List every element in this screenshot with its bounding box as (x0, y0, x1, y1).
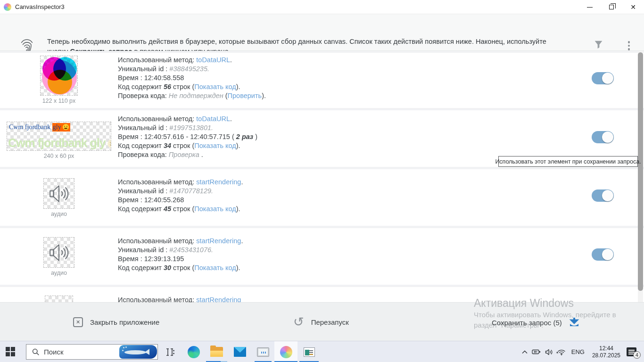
footer-bar: Активация Windows Чтобы активировать Win… (0, 302, 644, 341)
battery-status-button[interactable] (532, 349, 541, 355)
method-line: Использованный метод: toDataURL. (118, 115, 257, 123)
chevron-up-icon (522, 350, 528, 354)
toggle-knob (602, 132, 613, 143)
action-center-button[interactable]: 4 (627, 347, 636, 356)
canvas-thumbnail-textsample[interactable]: Cwm fjordbank gly Cwm fjordbank gly (7, 122, 111, 151)
toggle-tooltip: Использовать этот элемент при сохранении… (498, 156, 638, 167)
thumbnail-caption: аудио (51, 211, 67, 217)
show-code-link[interactable]: Показать код (194, 142, 236, 149)
scrollbar-thumb[interactable] (638, 52, 643, 291)
method-link[interactable]: startRendering (196, 296, 241, 302)
code-lines-count: 30 (164, 264, 171, 272)
unique-id-value: #1470778129 (169, 187, 211, 195)
speaker-icon (47, 182, 71, 206)
code-line: Код содержит 30 строк (Показать код). (118, 263, 243, 272)
unique-id-value: #1997513801 (169, 124, 211, 132)
filter-button[interactable] (594, 40, 603, 51)
time-text: 12:44 (599, 345, 613, 352)
canvas-thumbnail-audio[interactable] (43, 237, 74, 268)
date-text: 28.07.2025 (592, 352, 620, 359)
tray-expand-button[interactable] (522, 350, 528, 354)
kebab-menu-button[interactable] (626, 39, 632, 52)
mail-icon (234, 347, 246, 357)
show-code-link[interactable]: Показать код (194, 83, 236, 90)
time-value: 12:40:55.268 (144, 196, 184, 204)
taskbar-search[interactable] (26, 344, 158, 360)
taskbar-app-report[interactable] (297, 341, 321, 362)
method-line: Использованный метод: startRendering (118, 296, 241, 302)
canvas-entry-row: аудио Использованный метод: startRenderi… (0, 170, 637, 225)
code-line: Код содержит 56 строк (Показать код). (118, 82, 266, 91)
clock[interactable]: 12:44 28.07.2025 (590, 345, 622, 359)
time-value: 12:40:58.558 (144, 74, 184, 82)
check-line: Проверка кода: Проверка . (118, 150, 257, 159)
id-line: Уникальный id : #2453431076. (118, 246, 243, 255)
row-separator (0, 167, 644, 169)
taskbar-app-file-explorer[interactable] (205, 341, 228, 362)
id-line: Уникальный id : #1997513801. (118, 123, 257, 132)
scrollbar-track[interactable] (638, 51, 643, 302)
close-app-label: Закрыть приложение (90, 318, 159, 326)
show-code-link[interactable]: Показать код (194, 264, 236, 272)
method-line: Использованный метод: startRendering. (118, 178, 243, 187)
app-logo-icon (4, 3, 11, 11)
canvas-thumbnail-audio[interactable] (43, 178, 74, 209)
code-line: Код содержит 45 строк (Показать код). (118, 205, 243, 214)
restore-button[interactable] (601, 0, 622, 14)
save-request-button[interactable]: Сохранить запрос (5) (492, 318, 579, 327)
time-line: Время : 12:40:55.268 (118, 196, 243, 205)
canvas-thumbnail-colorwheel[interactable] (40, 56, 78, 96)
entry-toggle[interactable] (592, 248, 614, 261)
time-line: Время : 12:39:13.195 (118, 255, 243, 263)
unique-id-value: #388495235 (169, 65, 207, 73)
speaker-icon (545, 349, 553, 355)
restart-label: Перезапуск (311, 318, 349, 326)
time-line: Время : 12:40:58.558 (118, 74, 266, 82)
language-indicator[interactable]: ENG (570, 348, 586, 355)
search-input[interactable] (44, 348, 110, 356)
canvas-event-list: 122 x 110 px Использованный метод: toDat… (0, 51, 644, 302)
check-status: Не подтвержден (169, 92, 223, 99)
taskbar-app-edge[interactable] (182, 341, 205, 362)
volume-button[interactable] (545, 349, 553, 355)
method-link[interactable]: toDataURL (196, 56, 230, 64)
canvas-entry-row: аудио Использованный метод: startRenderi… (0, 229, 637, 284)
method-link[interactable]: toDataURL (196, 115, 230, 123)
taskbar-app-canvasinspector[interactable] (274, 341, 297, 362)
id-line: Уникальный id : #388495235. (118, 65, 266, 74)
search-icon (32, 348, 40, 356)
show-code-link[interactable]: Показать код (194, 205, 236, 213)
entry-toggle[interactable] (592, 131, 614, 143)
search-highlight-fish-image (119, 345, 157, 359)
close-button[interactable]: ✕ (622, 0, 644, 14)
monitor-app-icon (257, 347, 269, 357)
start-button[interactable] (6, 347, 15, 356)
filter-icon (594, 40, 603, 49)
restart-button[interactable]: ↺ Перезапуск (293, 317, 349, 327)
close-app-button[interactable]: ✕ Закрыть приложение (73, 317, 159, 327)
minimize-button[interactable] (579, 0, 601, 14)
method-link[interactable]: startRendering (196, 178, 241, 186)
sample-text-highlight: gly (52, 123, 70, 132)
canvas-entry-row: 122 x 110 px Использованный метод: toDat… (0, 53, 637, 107)
canvas-thumbnail[interactable] (45, 296, 73, 302)
entry-toggle[interactable] (592, 72, 614, 84)
verify-link[interactable]: Проверить (228, 92, 262, 99)
method-line: Использованный метод: startRendering. (118, 237, 243, 246)
taskbar-app-monitor[interactable] (251, 341, 274, 362)
entry-toggle[interactable] (592, 189, 614, 202)
task-view-button[interactable] (159, 341, 182, 362)
id-line: Уникальный id : #1470778129. (118, 187, 243, 196)
code-lines-count: 45 (164, 205, 171, 213)
code-line: Код содержит 34 строк (Показать код). (118, 141, 257, 150)
battery-charging-icon (532, 349, 541, 355)
method-link[interactable]: startRendering (196, 237, 241, 245)
thumbnail-caption: 122 x 110 px (42, 98, 76, 104)
report-app-icon (304, 347, 315, 357)
toggle-knob (602, 249, 613, 260)
taskbar-app-mail[interactable] (228, 341, 251, 362)
network-button[interactable]: ✶ (557, 349, 566, 355)
sample-text-line2: Cwm fjordbank gly (8, 136, 106, 149)
row-separator (0, 108, 644, 110)
restore-icon (609, 5, 614, 9)
